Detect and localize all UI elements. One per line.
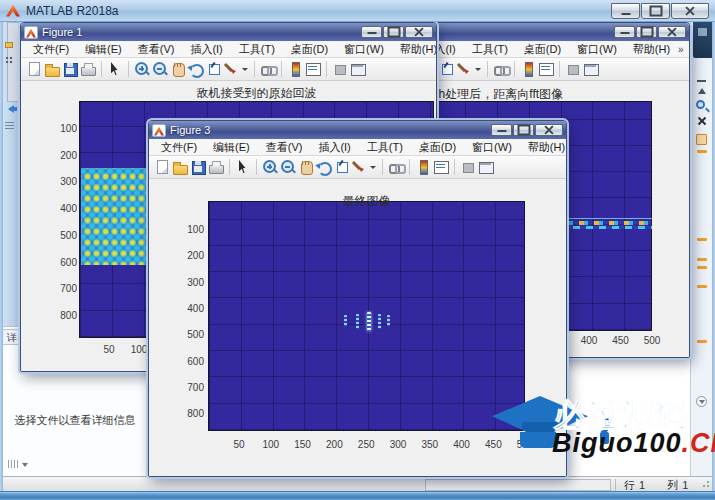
- zoom-out-icon[interactable]: [152, 61, 168, 77]
- menu-item-tools[interactable]: 工具(T): [231, 41, 283, 58]
- folder-icon[interactable]: [5, 42, 13, 48]
- rotate-3d-icon[interactable]: [316, 159, 332, 175]
- save-icon[interactable]: [190, 159, 206, 175]
- menu-item-desktop[interactable]: 桌面(D): [411, 139, 464, 156]
- data-cursor-icon[interactable]: [334, 159, 350, 175]
- close-button[interactable]: [535, 124, 563, 136]
- show-plot-tools-icon[interactable]: [478, 159, 494, 175]
- open-file-icon[interactable]: [172, 159, 188, 175]
- pointer-icon[interactable]: [107, 61, 123, 77]
- hide-plot-tools-icon[interactable]: [332, 61, 348, 77]
- analyzer-marker[interactable]: [697, 340, 707, 343]
- menu-item-view[interactable]: 查看(V): [258, 139, 311, 156]
- menu-item-file[interactable]: 文件(F): [153, 139, 205, 156]
- figure3-titlebar[interactable]: Figure 3: [149, 121, 566, 139]
- analyzer-marker[interactable]: [697, 150, 707, 153]
- menu-item-desktop[interactable]: 桌面(D): [516, 41, 569, 58]
- brush-icon[interactable]: [224, 61, 240, 77]
- menu-item-help[interactable]: 帮助(H): [625, 41, 678, 58]
- brush-dropdown-icon[interactable]: [242, 61, 249, 77]
- data-cursor-icon[interactable]: [439, 61, 455, 77]
- brush-dropdown-icon[interactable]: [370, 159, 377, 175]
- show-plot-tools-icon[interactable]: [350, 61, 366, 77]
- figure3-plot[interactable]: [208, 201, 525, 431]
- figure1-toolbar: [21, 58, 436, 81]
- code-analyzer-icon[interactable]: [696, 134, 707, 145]
- window-frame-bottom: [0, 491, 715, 500]
- print-icon[interactable]: [80, 61, 96, 77]
- menu-item-window[interactable]: 窗口(W): [464, 139, 520, 156]
- menu-item-help[interactable]: 帮助(H): [520, 139, 567, 156]
- menu-item-tools[interactable]: 工具(T): [359, 139, 411, 156]
- pointer-icon[interactable]: [235, 159, 251, 175]
- insert-legend-icon[interactable]: [305, 61, 321, 77]
- analyzer-marker[interactable]: [697, 258, 707, 261]
- new-file-icon[interactable]: [154, 159, 170, 175]
- insert-colorbar-icon[interactable]: [287, 61, 303, 77]
- minimize-button[interactable]: [611, 3, 640, 19]
- insert-legend-icon[interactable]: [433, 159, 449, 175]
- list-icon[interactable]: [5, 122, 14, 129]
- show-plot-tools-icon[interactable]: [583, 61, 599, 77]
- rotate-3d-icon[interactable]: [188, 61, 204, 77]
- search-icon[interactable]: [696, 100, 705, 109]
- grid-icon[interactable]: [5, 56, 13, 64]
- link-plot-icon[interactable]: [260, 61, 276, 77]
- menu-item-file[interactable]: 文件(F): [25, 41, 77, 58]
- zoom-out-icon[interactable]: [280, 159, 296, 175]
- print-icon[interactable]: [208, 159, 224, 175]
- link-plot-icon[interactable]: [493, 61, 509, 77]
- brush-dropdown-icon[interactable]: [475, 61, 482, 77]
- figure3-plot-title: 最终图像: [208, 193, 525, 210]
- menu-item-insert[interactable]: 插入(I): [310, 139, 358, 156]
- menu-item-desktop[interactable]: 桌面(D): [283, 41, 336, 58]
- link-plot-icon[interactable]: [388, 159, 404, 175]
- new-file-icon[interactable]: [26, 61, 42, 77]
- hide-plot-tools-icon[interactable]: [460, 159, 476, 175]
- menu-item-tools[interactable]: 工具(T): [464, 41, 516, 58]
- insert-legend-icon[interactable]: [538, 61, 554, 77]
- minimize-button[interactable]: [614, 26, 635, 38]
- insert-colorbar-icon[interactable]: [520, 61, 536, 77]
- hide-plot-tools-icon[interactable]: [565, 61, 581, 77]
- analyzer-marker[interactable]: [697, 238, 707, 241]
- figure1-titlebar[interactable]: Figure 1: [21, 23, 436, 41]
- analyzer-marker[interactable]: [697, 285, 707, 288]
- maximize-button[interactable]: [636, 26, 657, 38]
- save-icon[interactable]: [62, 61, 78, 77]
- menu-item-insert[interactable]: 插入(I): [182, 41, 230, 58]
- back-arrow-icon[interactable]: [4, 102, 18, 116]
- menu-item-window[interactable]: 窗口(W): [336, 41, 392, 58]
- brush-icon[interactable]: [457, 61, 473, 77]
- collapse-chevron-icon[interactable]: [697, 80, 707, 92]
- zoom-in-icon[interactable]: [134, 61, 150, 77]
- menu-item-edit[interactable]: 编辑(E): [77, 41, 130, 58]
- data-cursor-icon[interactable]: [206, 61, 222, 77]
- pan-icon[interactable]: [298, 159, 314, 175]
- maximize-button[interactable]: [383, 26, 404, 38]
- menu-item-edit[interactable]: 编辑(E): [205, 139, 258, 156]
- panel-grip-icon[interactable]: [8, 460, 28, 468]
- docked-panel-icon[interactable]: [693, 22, 713, 58]
- minimize-button[interactable]: [491, 124, 512, 136]
- menu-item-help[interactable]: 帮助(H): [392, 41, 437, 58]
- menu-overflow-icon[interactable]: »: [678, 44, 684, 55]
- open-file-icon[interactable]: [44, 61, 60, 77]
- pan-icon[interactable]: [170, 61, 186, 77]
- minimize-button[interactable]: [361, 26, 382, 38]
- maximize-button[interactable]: [641, 3, 670, 19]
- insert-colorbar-icon[interactable]: [415, 159, 431, 175]
- close-button[interactable]: [405, 26, 433, 38]
- menu-item-window[interactable]: 窗口(W): [569, 41, 625, 58]
- matlab-titlebar[interactable]: MATLAB R2018a: [0, 0, 715, 22]
- x-tick-label: 50: [103, 344, 114, 355]
- analyzer-marker[interactable]: [697, 266, 707, 269]
- close-button[interactable]: [658, 26, 686, 38]
- maximize-button[interactable]: [513, 124, 534, 136]
- menu-item-view[interactable]: 查看(V): [130, 41, 183, 58]
- close-icon[interactable]: [697, 116, 707, 126]
- resize-grip-icon[interactable]: [701, 480, 710, 489]
- brush-icon[interactable]: [352, 159, 368, 175]
- close-button[interactable]: [671, 3, 709, 19]
- zoom-in-icon[interactable]: [262, 159, 278, 175]
